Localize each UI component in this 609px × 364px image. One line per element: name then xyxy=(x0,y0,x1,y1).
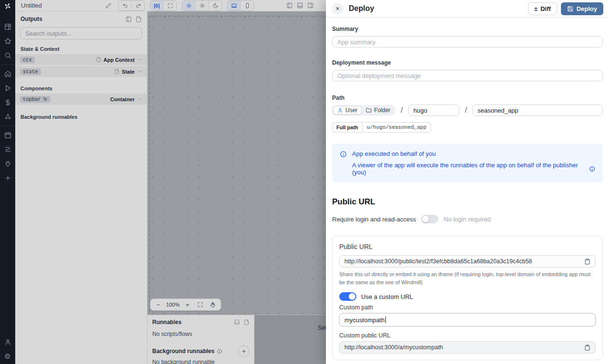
deploy-drawer: × Deploy ±Diff Deploy Summary Deployment… xyxy=(326,0,609,364)
deployment-message-label: Deployment message xyxy=(332,59,603,66)
info-icon xyxy=(589,166,595,172)
custom-url-toggle-label: Use a custom URL xyxy=(361,293,413,300)
path-name-input[interactable] xyxy=(472,105,603,116)
login-state-label: No login required xyxy=(443,216,491,223)
full-path-value: u/hugo/seasoned_app xyxy=(363,123,431,132)
share-hint: Share this url directly or embed it usin… xyxy=(339,270,596,286)
deployment-message-input[interactable] xyxy=(332,70,603,81)
path-owner-input[interactable] xyxy=(408,105,460,116)
custom-public-url-label: Custom public URL xyxy=(339,332,596,339)
save-icon xyxy=(567,6,573,12)
modal-dim-overlay[interactable] xyxy=(0,0,326,364)
diff-icon: ± xyxy=(534,5,538,12)
require-login-row: Require login and read-access No login r… xyxy=(332,215,603,223)
text-caret xyxy=(385,316,386,323)
folder-icon xyxy=(366,107,372,113)
user-icon xyxy=(337,107,343,113)
path-label: Path xyxy=(332,95,603,101)
path-separator: / xyxy=(401,105,403,115)
public-url-heading: Public URL xyxy=(332,197,603,207)
summary-input[interactable] xyxy=(332,36,603,48)
custom-path-input[interactable]: mycustompath xyxy=(339,313,596,326)
require-login-label: Require login and read-access xyxy=(332,216,416,223)
behalf-alert: App executed on behalf of you A viewer o… xyxy=(332,144,603,182)
diff-button[interactable]: ±Diff xyxy=(528,2,557,15)
path-separator: / xyxy=(465,105,467,115)
owner-kind-user-button[interactable]: User xyxy=(333,106,362,115)
custom-url-toggle[interactable] xyxy=(339,292,356,301)
require-login-toggle[interactable] xyxy=(421,215,438,223)
clipboard-copy-icon[interactable] xyxy=(584,345,590,351)
drawer-header: × Deploy ±Diff Deploy xyxy=(326,0,609,18)
owner-kind-folder-button[interactable]: Folder xyxy=(362,106,394,115)
full-path-label: Full path xyxy=(333,123,363,132)
public-url-card-title: Public URL xyxy=(339,243,596,250)
public-url-field: http://localhost:3000/public/test2/f3efc… xyxy=(339,255,596,268)
summary-label: Summary xyxy=(332,26,603,32)
behalf-alert-body: A viewer of the app will execute the run… xyxy=(352,162,586,176)
custom-path-label: Custom path xyxy=(339,304,596,311)
drawer-body: Summary Deployment message Path User Fol… xyxy=(326,18,609,364)
owner-kind-segmented: User Folder xyxy=(332,105,395,115)
app-root: ⚙ Untitled |0| Outputs xyxy=(0,0,609,364)
public-url-value: http://localhost:3000/public/test2/f3efc… xyxy=(344,258,580,265)
clipboard-copy-icon[interactable] xyxy=(584,259,590,265)
path-row: User Folder / / xyxy=(332,105,603,116)
close-icon[interactable]: × xyxy=(332,3,344,15)
custom-public-url-field: http://localhost:3000/a/mycustompath xyxy=(339,341,596,354)
deploy-button[interactable]: Deploy xyxy=(561,2,603,15)
public-url-card: Public URL http://localhost:3000/public/… xyxy=(332,236,603,360)
behalf-alert-title: App executed on behalf of you xyxy=(352,150,595,157)
custom-url-toggle-row: Use a custom URL xyxy=(339,292,596,301)
drawer-title: Deploy xyxy=(349,4,374,13)
info-icon xyxy=(340,151,347,158)
full-path-pill: Full path u/hugo/seasoned_app xyxy=(332,122,431,133)
custom-public-url-value: http://localhost:3000/a/mycustompath xyxy=(344,344,580,351)
